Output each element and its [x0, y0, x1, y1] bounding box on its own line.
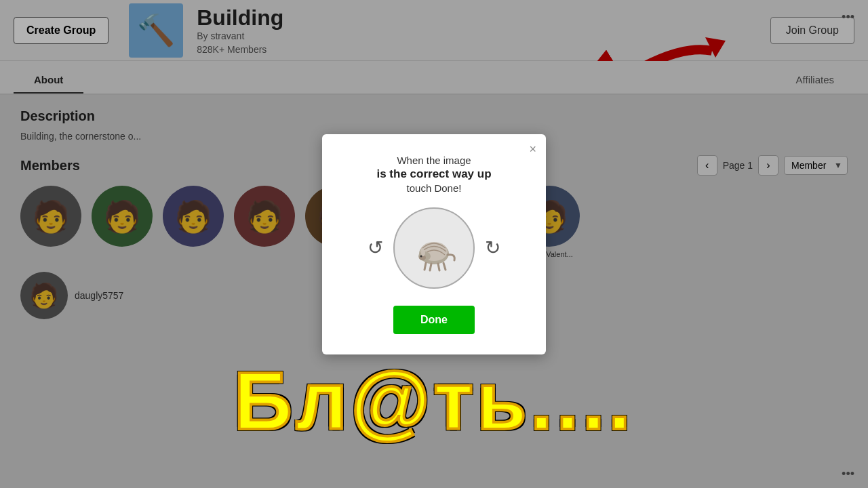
modal-overlay: × When the image is the correct way up t… — [0, 0, 868, 488]
svg-point-6 — [420, 255, 422, 257]
rotate-left-button[interactable]: ↺ — [368, 237, 383, 259]
done-button[interactable]: Done — [393, 306, 475, 334]
svg-line-10 — [443, 263, 446, 270]
svg-line-7 — [425, 263, 426, 270]
modal-title-bold: is the correct way up — [339, 167, 529, 181]
captcha-modal: × When the image is the correct way up t… — [322, 134, 546, 354]
svg-line-9 — [438, 264, 439, 270]
captcha-image — [393, 207, 475, 289]
svg-line-8 — [430, 264, 431, 270]
rotate-right-button[interactable]: ↻ — [485, 237, 500, 259]
modal-close-button[interactable]: × — [529, 142, 536, 157]
svg-point-11 — [421, 249, 425, 256]
captcha-area: ↺ — [339, 207, 529, 289]
modal-title-top: When the image — [339, 155, 529, 166]
modal-title-sub: touch Done! — [339, 182, 529, 194]
captcha-animal-image — [407, 221, 461, 275]
